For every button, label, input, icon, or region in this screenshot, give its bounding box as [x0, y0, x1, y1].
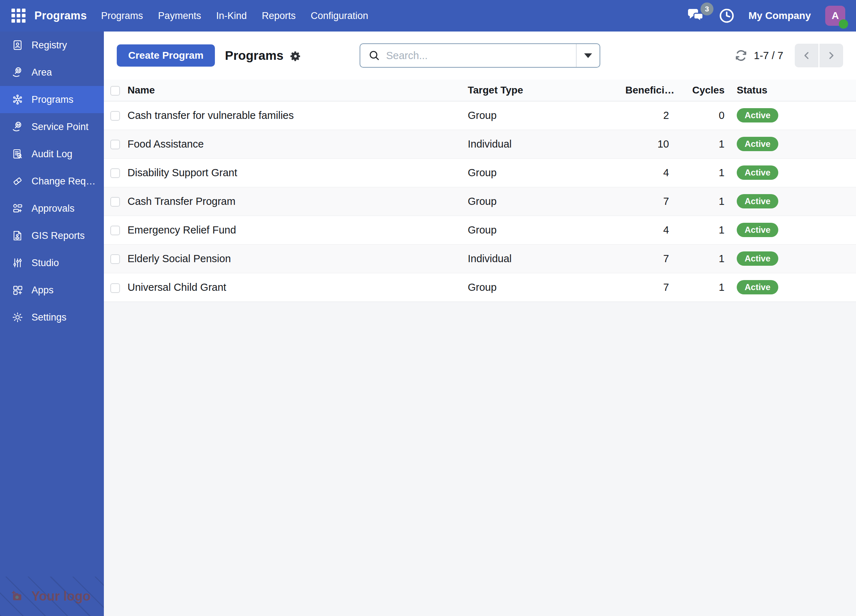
programs-list-view: Name Target Type Benefici… Cycles Status… — [104, 80, 856, 302]
cell-cycles: 1 — [674, 244, 730, 273]
sidebar: Registry Area Programs — [0, 31, 104, 616]
sidebar-item-label: Approvals — [32, 203, 74, 214]
sidebar-item-label: Settings — [32, 312, 67, 323]
search-bar — [360, 43, 600, 68]
sidebar-item-approvals[interactable]: Approvals — [0, 195, 104, 222]
avatar[interactable]: A — [825, 6, 845, 26]
table-row[interactable]: Emergency Relief Fund Group 4 1 Active — [104, 216, 856, 244]
cell-name: Universal Child Grant — [126, 273, 466, 302]
cell-name: Elderly Social Pension — [126, 244, 466, 273]
status-badge: Active — [737, 194, 778, 208]
table-header-row: Name Target Type Benefici… Cycles Status — [104, 80, 856, 101]
select-all-checkbox[interactable] — [110, 86, 120, 95]
app-window: Programs Programs Payments In-Kind Repor… — [0, 0, 856, 616]
status-badge: Active — [737, 108, 778, 123]
sidebar-item-label: Registry — [32, 40, 67, 51]
row-checkbox[interactable] — [110, 111, 120, 121]
messages-count-badge: 3 — [701, 3, 713, 15]
refresh-icon — [734, 49, 747, 62]
status-badge: Active — [737, 165, 778, 180]
table-row[interactable]: Food Assistance Individual 10 1 Active — [104, 129, 856, 158]
chevron-right-icon — [826, 50, 837, 61]
search-input[interactable] — [386, 44, 576, 67]
table-row[interactable]: Cash Transfer Program Group 7 1 Active — [104, 187, 856, 216]
gis-reports-icon — [11, 229, 25, 242]
sidebar-item-label: GIS Reports — [32, 230, 85, 242]
row-checkbox[interactable] — [110, 254, 120, 264]
column-header-name[interactable]: Name — [126, 80, 466, 101]
row-checkbox[interactable] — [110, 197, 120, 206]
column-header-status[interactable]: Status — [730, 80, 856, 101]
create-program-button[interactable]: Create Program — [117, 45, 215, 66]
top-navbar: Programs Programs Payments In-Kind Repor… — [0, 0, 856, 31]
pager-buttons — [795, 44, 843, 67]
table-row[interactable]: Elderly Social Pension Individual 7 1 Ac… — [104, 244, 856, 273]
sidebar-item-gis-reports[interactable]: GIS Reports — [0, 222, 104, 249]
table-row[interactable]: Cash transfer for vulnerable families Gr… — [104, 101, 856, 129]
column-header-target-type[interactable]: Target Type — [466, 80, 624, 101]
table-row[interactable]: Universal Child Grant Group 7 1 Active — [104, 273, 856, 302]
chevron-down-icon — [584, 53, 592, 58]
row-checkbox[interactable] — [110, 226, 120, 235]
column-header-cycles[interactable]: Cycles — [674, 80, 730, 101]
status-badge: Active — [737, 280, 778, 294]
studio-icon — [11, 256, 25, 270]
cell-target-type: Group — [466, 187, 624, 216]
cell-target-type: Group — [466, 158, 624, 187]
sidebar-item-apps[interactable]: Apps — [0, 277, 104, 304]
sidebar-item-label: Studio — [32, 257, 59, 269]
messages-button[interactable]: 3 — [688, 8, 705, 23]
gear-icon — [289, 50, 302, 62]
menu-in-kind[interactable]: In-Kind — [216, 11, 247, 22]
activities-button[interactable] — [719, 8, 734, 23]
refresh-button[interactable] — [734, 49, 747, 62]
pager-range: 1-7 / 7 — [754, 50, 783, 62]
menu-programs[interactable]: Programs — [101, 11, 143, 22]
sidebar-item-programs[interactable]: Programs — [0, 86, 104, 113]
pager-next-button[interactable] — [819, 44, 843, 67]
menu-configuration[interactable]: Configuration — [311, 11, 368, 22]
menu-reports[interactable]: Reports — [262, 11, 296, 22]
sidebar-item-settings[interactable]: Settings — [0, 304, 104, 331]
cell-beneficiaries: 7 — [624, 244, 674, 273]
cell-beneficiaries: 4 — [624, 158, 674, 187]
column-header-beneficiaries[interactable]: Benefici… — [624, 80, 674, 101]
sidebar-item-studio[interactable]: Studio — [0, 249, 104, 277]
cell-target-type: Group — [466, 101, 624, 129]
sidebar-item-registry[interactable]: Registry — [0, 31, 104, 59]
apps-icon — [11, 283, 25, 297]
cell-cycles: 1 — [674, 187, 730, 216]
action-cog-button[interactable] — [289, 50, 302, 62]
row-checkbox[interactable] — [110, 168, 120, 178]
registry-icon — [11, 38, 25, 52]
cell-name: Emergency Relief Fund — [126, 216, 466, 244]
app-title: Programs — [34, 9, 87, 22]
menu-payments[interactable]: Payments — [158, 11, 201, 22]
sidebar-item-service-point[interactable]: Service Point — [0, 113, 104, 140]
camera-icon — [11, 588, 26, 604]
cell-beneficiaries: 2 — [624, 101, 674, 129]
cell-name: Cash transfer for vulnerable families — [126, 101, 466, 129]
sidebar-item-label: Apps — [32, 285, 54, 296]
cell-cycles: 1 — [674, 273, 730, 302]
table-row[interactable]: Disability Support Grant Group 4 1 Activ… — [104, 158, 856, 187]
sidebar-item-area[interactable]: Area — [0, 59, 104, 86]
sidebar-item-change-requests[interactable]: Change Requ… — [0, 168, 104, 195]
sidebar-item-audit-log[interactable]: Audit Log — [0, 140, 104, 168]
search-filters-toggle[interactable] — [577, 44, 600, 67]
online-status-dot — [839, 19, 848, 29]
company-switcher[interactable]: My Company — [748, 10, 811, 22]
sidebar-item-label: Programs — [32, 94, 74, 105]
control-panel: Create Program Programs — [104, 31, 856, 80]
cell-name: Disability Support Grant — [126, 158, 466, 187]
company-logo-placeholder[interactable]: Your logo — [0, 577, 104, 616]
pager-previous-button[interactable] — [795, 44, 818, 67]
row-checkbox[interactable] — [110, 283, 120, 293]
status-badge: Active — [737, 137, 778, 151]
programs-table: Name Target Type Benefici… Cycles Status… — [104, 80, 856, 302]
cell-target-type: Individual — [466, 244, 624, 273]
row-checkbox[interactable] — [110, 140, 120, 149]
apps-grid-icon[interactable] — [11, 8, 26, 24]
search-icon — [368, 49, 380, 62]
approvals-icon — [11, 202, 25, 215]
